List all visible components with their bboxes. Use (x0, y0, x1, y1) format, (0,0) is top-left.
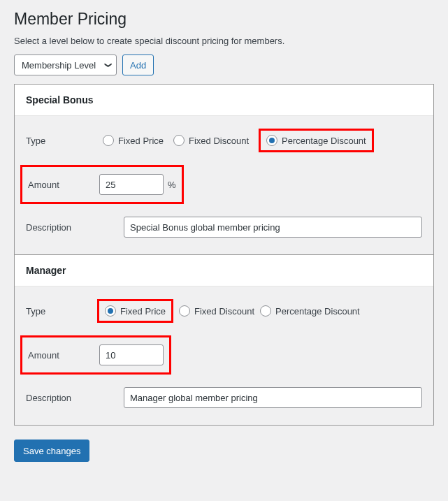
radio-percentage-discount[interactable]: Percentage Discount (260, 305, 360, 317)
description-label: Description (26, 222, 124, 233)
save-changes-button[interactable]: Save changes (14, 440, 89, 462)
add-button[interactable]: Add (122, 55, 154, 75)
radio-label: Fixed Discount (194, 306, 254, 317)
radio-dot-icon (266, 135, 277, 146)
radio-fixed-price[interactable]: Fixed Price (105, 305, 166, 317)
section-header-manager: Manager (15, 255, 433, 286)
pricing-panel: Special Bonus Type Fixed Price Fixed Dis… (14, 84, 434, 426)
radio-percentage-discount[interactable]: Percentage Discount (266, 135, 366, 146)
radio-fixed-price[interactable]: Fixed Price (103, 135, 164, 146)
radio-label: Fixed Price (120, 306, 166, 317)
radio-label: Fixed Price (118, 136, 164, 146)
section-header-special-bonus: Special Bonus (15, 85, 433, 116)
radio-label: Fixed Discount (189, 136, 249, 146)
radio-label: Percentage Discount (282, 136, 366, 146)
amount-input[interactable] (99, 344, 164, 365)
radio-dot-icon (260, 305, 271, 317)
amount-suffix: % (168, 180, 176, 190)
radio-fixed-discount[interactable]: Fixed Discount (179, 305, 254, 317)
amount-label: Amount (28, 180, 99, 190)
type-radio-group: Fixed Price Fixed Discount Percentage Di… (103, 129, 422, 152)
radio-dot-icon (103, 135, 114, 146)
description-row: Description (26, 217, 422, 238)
description-label: Description (26, 393, 124, 403)
top-controls: Membership Level ❯ Add (14, 55, 434, 75)
membership-level-select-wrap: Membership Level ❯ (14, 55, 117, 75)
page-title: Member Pricing (14, 10, 434, 29)
description-input[interactable] (124, 387, 422, 408)
description-field (124, 387, 422, 408)
section-body-special-bonus: Type Fixed Price Fixed Discount Percenta… (15, 116, 433, 254)
page-subtitle: Select a level below to create special d… (14, 36, 434, 46)
radio-dot-icon (173, 135, 185, 146)
section-body-manager: Type Fixed Price Fixed Discount Percenta… (15, 286, 433, 425)
description-row: Description (26, 387, 422, 408)
highlight-amount-annotation: Amount (20, 335, 171, 375)
highlight-amount-annotation: Amount % (20, 165, 184, 204)
type-label: Type (26, 136, 103, 146)
type-row: Type Fixed Price Fixed Discount Percenta… (26, 299, 422, 323)
amount-input[interactable] (99, 174, 164, 195)
amount-label: Amount (28, 350, 99, 361)
highlight-type-annotation: Percentage Discount (259, 129, 374, 152)
type-row: Type Fixed Price Fixed Discount Percenta… (26, 129, 422, 152)
membership-level-select[interactable]: Membership Level (14, 55, 117, 75)
radio-dot-icon (179, 305, 190, 317)
description-input[interactable] (124, 217, 422, 238)
type-label: Type (26, 306, 103, 317)
amount-row: Amount (20, 335, 422, 375)
highlight-type-annotation: Fixed Price (97, 299, 173, 323)
radio-fixed-discount[interactable]: Fixed Discount (173, 135, 249, 146)
radio-label: Percentage Discount (275, 306, 360, 317)
type-radio-group: Fixed Price Fixed Discount Percentage Di… (97, 299, 422, 323)
radio-dot-icon (105, 305, 116, 317)
description-field (124, 217, 422, 238)
amount-row: Amount % (20, 165, 422, 204)
